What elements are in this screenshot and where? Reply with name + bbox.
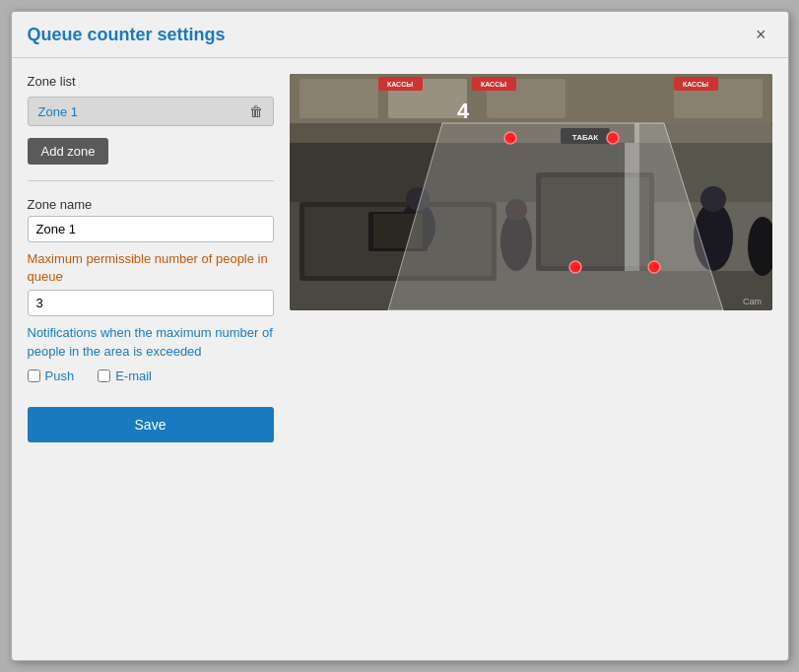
svg-text:4: 4 [457, 99, 470, 123]
email-checkbox[interactable] [98, 370, 110, 382]
dialog-title: Queue counter settings [28, 25, 226, 45]
svg-point-37 [569, 261, 581, 273]
camera-scene: КАССЫ КАССЫ КАССЫ ТАБАК 4 [290, 74, 772, 310]
push-label[interactable]: Push [45, 369, 75, 383]
notifications-label: Notifications when the maximum number of… [28, 324, 274, 360]
left-panel: Zone list Zone 1 🗑 Add zone Zone name Ma… [28, 74, 274, 442]
zone-name-input[interactable] [28, 216, 274, 242]
add-zone-button[interactable]: Add zone [28, 138, 109, 165]
push-checkbox-item: Push [28, 369, 75, 383]
dialog-header: Queue counter settings × [12, 12, 788, 58]
zone-item-name: Zone 1 [38, 104, 78, 119]
dialog-body: Zone list Zone 1 🗑 Add zone Zone name Ma… [12, 58, 788, 458]
svg-point-36 [607, 132, 619, 144]
zone-list-label: Zone list [28, 74, 274, 89]
svg-text:КАССЫ: КАССЫ [386, 81, 412, 88]
svg-text:Cam: Cam [743, 297, 762, 306]
max-people-label: Maximum permissible number of people in … [28, 250, 274, 286]
zone-name-label: Zone name [28, 197, 274, 212]
zone-name-group: Zone name [28, 197, 274, 242]
save-button[interactable]: Save [28, 407, 274, 442]
svg-marker-33 [388, 123, 723, 310]
email-label[interactable]: E-mail [115, 369, 152, 383]
queue-counter-dialog: Queue counter settings × Zone list Zone … [11, 11, 789, 661]
svg-text:КАССЫ: КАССЫ [682, 81, 707, 88]
push-checkbox[interactable] [28, 370, 40, 382]
svg-rect-6 [585, 79, 664, 118]
close-button[interactable]: × [750, 24, 772, 45]
email-checkbox-item: E-mail [98, 369, 152, 383]
svg-text:КАССЫ: КАССЫ [480, 81, 505, 88]
right-panel: КАССЫ КАССЫ КАССЫ ТАБАК 4 [290, 74, 772, 442]
camera-feed: КАССЫ КАССЫ КАССЫ ТАБАК 4 [290, 74, 772, 310]
delete-zone-icon[interactable]: 🗑 [249, 103, 263, 119]
max-people-group: Maximum permissible number of people in … [28, 250, 274, 316]
zone-item[interactable]: Zone 1 🗑 [28, 97, 274, 126]
zone-list-section: Zone list Zone 1 🗑 [28, 74, 274, 126]
notifications-group: Notifications when the maximum number of… [28, 324, 274, 382]
max-people-input[interactable] [28, 290, 274, 316]
svg-point-19 [700, 186, 726, 212]
svg-rect-3 [300, 79, 378, 118]
svg-point-38 [648, 261, 660, 273]
svg-point-35 [504, 132, 516, 144]
divider [28, 180, 274, 181]
notification-checkboxes: Push E-mail [28, 369, 274, 383]
